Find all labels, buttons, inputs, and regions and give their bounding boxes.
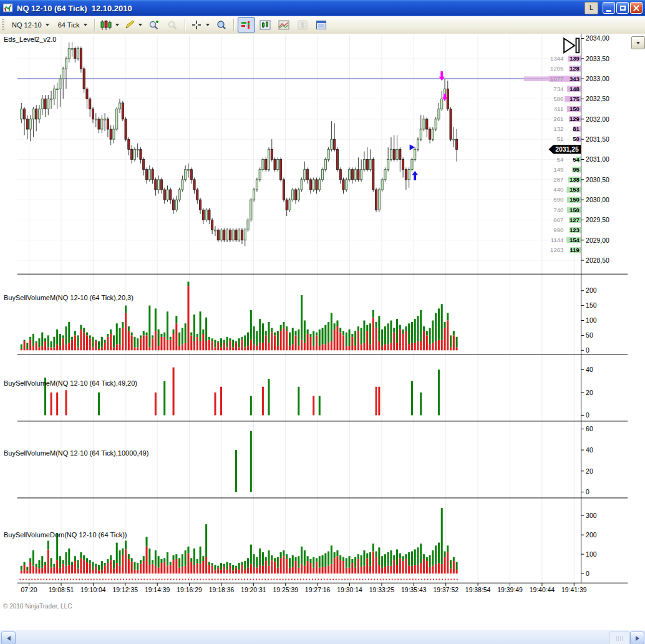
volume-bar-sell [411,343,413,350]
dom-bid-size: 153 [570,186,580,193]
title-bar[interactable]: NQ 12-10 (64 Tick) 12.10.2010 L [0,0,645,16]
maximize-button[interactable] [616,2,629,14]
candle-body [402,160,404,170]
volume-bar-buy [259,319,261,343]
volume-bar-sell [238,348,240,351]
volume-bar-buy [122,322,124,328]
volume-bar-sell [41,568,43,573]
volume-bar-buy [405,326,407,331]
volume-bar-buy [80,552,82,558]
volume-bar [313,396,314,415]
volume-bar-sell [414,343,416,350]
candle-body [438,109,440,119]
chart-area[interactable]: 1344139120512810773437341485861754111502… [0,34,645,630]
minimize-button[interactable] [603,2,615,14]
volume-bar-sell [44,565,46,573]
link-button[interactable]: L [584,2,598,14]
scroll-left-button[interactable] [1,632,16,644]
volume-bar-buy [128,554,130,559]
horizontal-scrollbar[interactable] [0,630,645,644]
volume-bar-buy [86,558,88,562]
price-axis-label: 2030,50 [586,177,609,183]
volume-bar-buy [366,554,368,559]
volume-axis-label: 200 [586,532,597,539]
volume-bar-sell [289,346,291,350]
volume-bar-buy [143,556,145,561]
volume-bar-sell [361,344,362,351]
dom-bid-cum: 590 [553,196,563,203]
volume-bar-buy [327,551,329,565]
drawing-tools-button[interactable] [122,17,144,32]
interval-selector[interactable]: 64 Tick [54,18,91,32]
volume-bar-buy [244,561,246,570]
data-box-button[interactable] [213,17,230,32]
volume-bar-sell [128,559,130,573]
dom-ask-size: 139 [570,55,580,62]
volume-bar-buy [361,328,362,344]
scroll-right-button[interactable] [630,632,644,644]
volume-bar-buy [414,549,416,565]
market-depth-button[interactable] [238,17,255,32]
volume-bar-sell [450,348,452,351]
volume-bar-sell [152,338,153,350]
close-button[interactable] [630,2,643,14]
chart-trader-button[interactable] [256,17,274,32]
toolbar-grip[interactable] [2,19,4,31]
candle-body [68,49,70,59]
volume-bar-sell [101,570,103,573]
dom-ask-cum: 411 [554,105,563,112]
volume-bar-sell [68,565,70,573]
volume-bar-buy [351,559,353,563]
volume-bar-sell [80,558,82,573]
volume-bar-buy [429,555,431,567]
volume-bar-sell [98,570,100,573]
volume-bar-sell [316,335,318,350]
volume-bar-buy [122,549,124,555]
volume-bar-buy [24,562,26,565]
volume-bar-buy [167,311,168,339]
volume-bar-sell [32,566,34,573]
crosshair-button[interactable] [189,17,211,32]
volume-bar-sell [65,344,67,351]
instrument-selector[interactable]: NQ 12-10 [8,18,53,32]
volume-bar-sell [357,559,359,573]
volume-bar [319,396,321,415]
volume-bar-sell [399,558,401,573]
overlay-chart-button[interactable] [275,17,293,32]
indicator-label-panel2: BuySellVolumeM(NQ 12-10 (64 Tick),20,3) [4,294,133,301]
zoom-in-button[interactable] [145,17,163,32]
dom-ask-size: 343 [570,76,580,82]
volume-bar-buy [220,338,222,347]
volume-bar-sell [113,348,115,351]
candle-body [408,170,410,180]
chart-style-button[interactable] [99,17,121,32]
zoom-in-icon [148,20,159,30]
volume-bar-buy [74,331,76,335]
price-axis-menu-button[interactable] [631,36,645,49]
candle-body [366,160,368,170]
volume-bar-buy [286,554,288,559]
volume-bar-sell [89,338,91,350]
volume-bar-buy [420,544,422,563]
candle-body [375,190,377,210]
volume-bar-sell [268,343,269,350]
volume-bar-buy [182,554,183,567]
volume-bar-buy [339,555,341,560]
chevron-down-icon [46,24,49,26]
time-axis-label: 19:37:52 [433,587,458,593]
volume-bar-sell [247,568,249,573]
volume-bar-sell [354,568,356,573]
volume-bar-sell [36,343,37,350]
volume-bar-sell [38,568,40,573]
volume-bar-sell [250,564,252,573]
candle-body [107,119,109,129]
volume-bar-sell [381,568,383,573]
scrollbar-thumb[interactable] [609,632,630,644]
volume-bar-sell [122,555,124,573]
volume-bar-buy [384,326,386,344]
properties-button[interactable] [313,17,330,32]
volume-bar-sell [205,341,207,350]
marker-arrow-up [412,171,417,180]
volume-bar-sell [95,567,97,573]
volume-bar-buy [283,322,284,328]
